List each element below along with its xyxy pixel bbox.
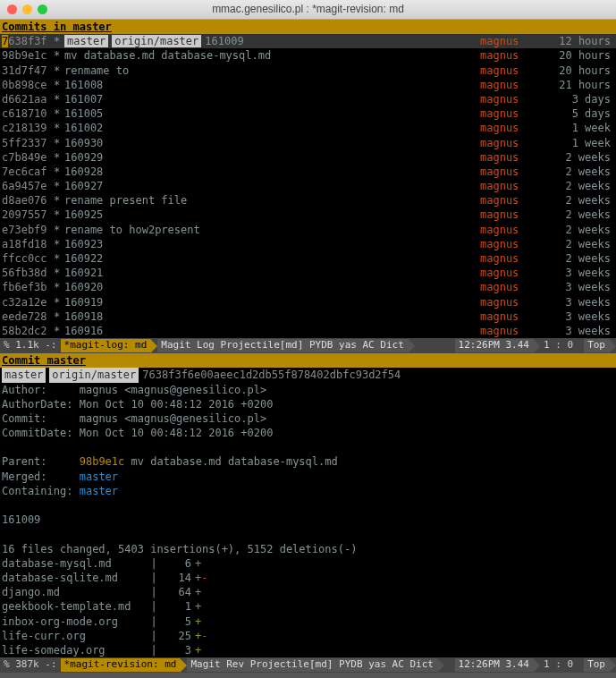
commit-age: 20 hours: [552, 64, 614, 78]
graph-star: *: [54, 208, 64, 222]
commit-row[interactable]: eede728*160918magnus3 weeks: [0, 309, 616, 324]
diffstat-file: life-curr.org: [2, 629, 145, 643]
commit-row[interactable]: 7638f3f*masterorigin/master161009magnus1…: [0, 34, 616, 48]
modeline-major: Magit Rev Projectile[md] PYDB yas AC Dic…: [187, 658, 437, 672]
commit-row[interactable]: 0b898ce*161008magnus21 hours: [0, 78, 616, 92]
graph-star: *: [54, 309, 64, 324]
commit-row[interactable]: 58b2dc2*160916magnus3 weeks: [0, 324, 616, 338]
diffstat-row[interactable]: database-sqlite.md|14+-: [2, 571, 614, 585]
diffstat-row[interactable]: geekbook-template.md|1+: [2, 599, 614, 614]
commit-age: 12 hours: [552, 34, 614, 48]
commit-message: rename to how2present: [64, 223, 480, 237]
commit-row[interactable]: 31d7f47*renmame tomagnus20 hours: [0, 64, 616, 78]
commit-age: 5 days: [552, 106, 614, 121]
diffstat-row[interactable]: inbox-org-mode.org|5+: [2, 614, 614, 629]
commit-message: 160920: [64, 280, 480, 294]
diffstat-plusminus: +: [195, 600, 201, 613]
commit-hash: d6621aa: [2, 92, 54, 106]
diffstat-row[interactable]: database-mysql.md|6+: [2, 556, 614, 571]
commit-message: 160923: [64, 237, 480, 251]
commit-row[interactable]: 56fb38d*160921magnus3 weeks: [0, 266, 616, 280]
commit-author: magnus: [480, 237, 552, 251]
arrow-icon: [180, 658, 187, 673]
modeline-loc: Top: [584, 658, 609, 672]
commit-hash: d8ae076: [2, 193, 54, 208]
pipe-icon: |: [145, 599, 163, 614]
commit-author: magnus: [480, 136, 552, 150]
commit-row[interactable]: d6621aa*161007magnus3 days: [0, 92, 616, 106]
graph-star: *: [54, 266, 64, 280]
arrow-icon: [533, 658, 540, 673]
arrow-icon: [408, 339, 415, 353]
commit-message: 161008: [64, 78, 480, 92]
commit-author: magnus: [480, 193, 552, 208]
commit-message: 160916: [64, 324, 480, 338]
commit-row[interactable]: c7b849e*160929magnus2 weeks: [0, 150, 616, 165]
commit-row[interactable]: d8ae076*rename present filemagnus2 weeks: [0, 193, 616, 208]
modeline-major: Magit Log Projectile[md] PYDB yas AC Dic…: [157, 339, 408, 352]
commit-row[interactable]: 7ec6caf*160928magnus2 weeks: [0, 165, 616, 179]
graph-star: *: [54, 78, 64, 92]
diffstat-plusminus: +: [195, 586, 201, 598]
commit-row[interactable]: 6a9457e*160927magnus2 weeks: [0, 179, 616, 193]
commit-row[interactable]: c218139*161002magnus1 week: [0, 121, 616, 135]
pipe-icon: |: [145, 585, 163, 599]
graph-star: *: [54, 48, 64, 63]
commit-author: magnus: [480, 208, 552, 222]
commit-row[interactable]: 5ff2337*160930magnus1 week: [0, 136, 616, 150]
parent-hash: 98b9e1c: [80, 455, 125, 468]
authordate-label: AuthorDate:: [2, 398, 80, 411]
commit-row[interactable]: c32a12e*160919magnus3 weeks: [0, 295, 616, 309]
diffstat-count: 3: [163, 643, 195, 657]
commit-age: 3 weeks: [552, 266, 614, 280]
commit-hash: ffcc0cc: [2, 251, 54, 266]
commit-row[interactable]: ffcc0cc*160922magnus2 weeks: [0, 251, 616, 266]
commit-author: magnus: [480, 106, 552, 121]
commit-row[interactable]: c618710*161005magnus5 days: [0, 106, 616, 121]
commit-row[interactable]: 98b9e1c*mv database.md database-mysql.md…: [0, 48, 616, 63]
commit-row[interactable]: 2097557*160925magnus2 weeks: [0, 208, 616, 222]
commit-hash: 58b2dc2: [2, 324, 54, 338]
diff-summary: 16 files changed, 5403 insertions(+), 51…: [2, 542, 614, 556]
commit-message: 160927: [64, 179, 480, 193]
commit-age: 2 weeks: [552, 193, 614, 208]
arrow-icon: [448, 658, 455, 673]
arrow-icon: [609, 339, 616, 353]
diffstat-count: 1: [163, 599, 195, 614]
modeline-log: % 1.1k -: *magit-log: md Magit Log Proje…: [0, 338, 616, 353]
commit-age: 2 weeks: [552, 237, 614, 251]
commit-hash: 5ff2337: [2, 136, 54, 150]
commit-row[interactable]: fb6ef3b*160920magnus3 weeks: [0, 280, 616, 294]
commit-message: rename present file: [64, 193, 480, 208]
commit-author: magnus: [480, 48, 552, 63]
commit-age: 3 weeks: [552, 295, 614, 309]
log-panel-header: Commits in master: [0, 20, 616, 34]
commit-age: 2 weeks: [552, 165, 614, 179]
modeline-pos: 1 : 0: [540, 339, 577, 352]
diffstat-row[interactable]: django.md|64+: [2, 585, 614, 599]
ref-origin-master: origin/master: [49, 368, 139, 382]
commit-age: 1 week: [552, 136, 614, 150]
zoom-icon[interactable]: [38, 4, 47, 14]
commit-hash: 6a9457e: [2, 179, 54, 193]
commit-row[interactable]: a18fd18*160923magnus2 weeks: [0, 237, 616, 251]
commit-refs: masterorigin/master161009: [64, 34, 480, 48]
commits-list[interactable]: 7638f3f*masterorigin/master161009magnus1…: [0, 34, 616, 338]
commit-row[interactable]: e73ebf9*rename to how2presentmagnus2 wee…: [0, 223, 616, 237]
diffstat-row[interactable]: life-curr.org|25+-: [2, 629, 614, 643]
graph-star: *: [54, 121, 64, 135]
close-icon[interactable]: [7, 4, 17, 14]
authordate-value: Mon Oct 10 00:48:12 2016 +0200: [80, 398, 274, 411]
revision-body[interactable]: Author: magnus <magnus@genesilico.pl> Au…: [0, 383, 616, 658]
diffstat-plusminus: +: [195, 615, 201, 628]
commit-message: 160930: [64, 136, 480, 150]
commit-author: magnus: [480, 78, 552, 92]
author-value: magnus <magnus@genesilico.pl>: [80, 384, 267, 396]
commit-message: 160928: [64, 165, 480, 179]
diffstat-row[interactable]: life-someday.org|3+: [2, 643, 614, 657]
commit-age: 2 weeks: [552, 223, 614, 237]
diffstat-plusminus: +: [195, 644, 201, 657]
revision-sha: 7638f3f6e00aeec1d2db55f878402dbfc93d2f54: [142, 368, 401, 382]
minimize-icon[interactable]: [22, 4, 32, 14]
commit-message: 160922: [64, 251, 480, 266]
